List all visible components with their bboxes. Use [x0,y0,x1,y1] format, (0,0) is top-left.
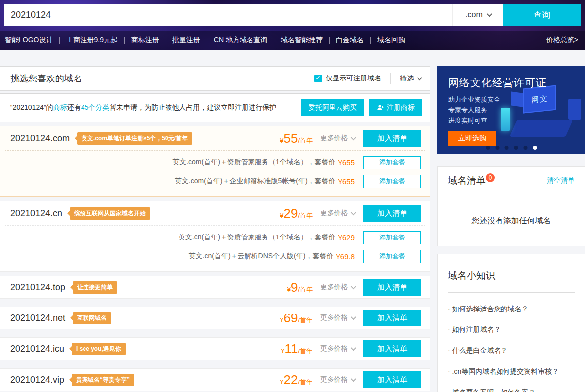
register-trademark-button[interactable]: 注册商标 [369,99,422,116]
add-to-cart-button[interactable]: 加入清单 [363,279,421,296]
cart-header: 域名清单 0 清空清单 [438,167,585,195]
nav-item-biz-register[interactable]: 工商注册9.9元起 [60,36,124,45]
promo-badge: 缤纷互联网从国家域名开始 [70,207,150,220]
entrust-buy-button[interactable]: 委托阿里云购买 [301,99,364,116]
trademark-notice: “20210124”的商标还有45个分类暂未申请，为防止被他人占用，建议立即注册… [0,93,430,122]
promo-banner[interactable]: 网文 网络文化经营许可证 助力企业资质安全 专家专人服务 进度实时可查 立即选购 [437,66,585,154]
nav-item-logo-design[interactable]: 智能LOGO设计 [5,36,59,45]
nav-item-premium-domain[interactable]: 白金域名 [330,36,370,45]
search-input[interactable] [4,4,452,26]
tips-link-icp-filing[interactable]: 域名要备案吗，如何备案？ [448,388,575,392]
banner-cta-button[interactable]: 立即选购 [448,131,496,146]
promo-badge: 互联网域名 [73,312,111,324]
price: ¥69/首年 [280,312,313,325]
more-prices-toggle[interactable]: 更多价格 [320,283,355,292]
add-to-cart-button[interactable]: 加入清单 [363,130,421,147]
banner-title: 网络文化经营许可证 [448,76,585,90]
trademark-notice-text: “20210124”的商标还有45个分类暂未申请，为防止被他人占用，建议立即注册… [10,103,276,112]
nav-item-domain-buyback[interactable]: 域名回购 [371,36,412,45]
add-package-button[interactable]: 添加套餐 [363,156,421,169]
tips-link-choose-domain[interactable]: 如何选择适合您的域名？ [448,305,575,314]
registrable-only-label: 仅显示可注册域名 [326,74,381,83]
promo-badge: 英文.com单笔订单注册≥5个，50元/首年 [77,132,192,145]
add-to-cart-button[interactable]: 加入清单 [363,340,421,357]
more-prices-toggle[interactable]: 更多价格 [320,209,355,218]
more-prices-toggle[interactable]: 更多价格 [320,314,355,322]
banner-text: 助力企业资质安全 专家专人服务 进度实时可查 [448,94,585,126]
sub-nav: 智能LOGO设计 工商注册9.9元起 商标注册 批量注册 CN 地方域名查询 域… [0,31,585,50]
trademark-link[interactable]: 商标 [53,103,67,111]
domain-name: 20210124.icu [10,344,64,354]
package-row: 英文.com(首年)＋资质管家服务（1个域名），套餐价 ¥655 添加套餐 [5,153,425,172]
domain-row: 20210124.cn 缤纷互联网从国家域名开始 ¥29/首年 更多价格 加入清… [0,201,430,225]
chevron-down-icon [351,135,356,140]
domain-row: 20210124.net 互联网域名 ¥69/首年 更多价格 加入清单 [0,307,430,329]
divider [448,292,575,293]
trademark-actions: 委托阿里云购买 注册商标 [301,99,422,116]
domain-card-top: 20210124.top 让连接更简单 ¥9/首年 更多价格 加入清单 [0,276,430,299]
carousel-dot-active[interactable] [533,146,537,150]
carousel-dot[interactable] [504,146,508,150]
nav-item-batch-register[interactable]: 批量注册 [166,36,207,45]
tips-link-cn-review[interactable]: .cn等国内域名如何提交资料审核？ [448,367,575,376]
tips-link-how-register[interactable]: 如何注册域名？ [448,325,575,334]
more-prices-toggle[interactable]: 更多价格 [320,344,355,353]
more-prices-toggle[interactable]: 更多价格 [320,134,355,143]
domain-search-bar: .com 查询 [4,4,581,26]
price: ¥29/首年 [280,207,313,220]
nav-item-cn-local-query[interactable]: CN 地方域名查询 [207,36,274,45]
package-list: 英文.com(首年)＋资质管家服务（1个域名），套餐价 ¥655 添加套餐 英文… [5,150,425,196]
domain-cart-panel: 域名清单 0 清空清单 您还没有添加任何域名 [437,166,585,246]
filter-label: 筛选 [400,74,414,83]
package-row: 英文.cn(首年)＋资质管家服务（1个域名），套餐价 ¥629 添加套餐 [5,228,425,247]
tld-selector[interactable]: .com [452,4,503,26]
carousel-dot[interactable] [514,146,518,150]
carousel-dot[interactable] [486,146,490,150]
package-row: 英文.com(首年)＋企业邮箱标准版5帐号(年)，套餐价 ¥655 添加套餐 [5,172,425,191]
main-content: 挑选您喜欢的域名 仅显示可注册域名 筛选 “20210124”的商标还有45个分… [0,50,585,392]
domain-name: 20210124.top [10,282,65,293]
result-column: 挑选您喜欢的域名 仅显示可注册域名 筛选 “20210124”的商标还有45个分… [0,66,430,392]
nav-item-trademark[interactable]: 商标注册 [125,36,166,45]
price-overview-link[interactable]: 价格总览> [546,36,580,45]
domain-card-icu: 20210124.icu I see you,遇见你 ¥11/首年 更多价格 加… [0,337,430,360]
add-to-cart-button[interactable]: 加入清单 [363,371,421,388]
carousel-dot[interactable] [523,146,527,150]
price: ¥22/首年 [280,373,313,387]
add-package-button[interactable]: 添加套餐 [363,250,421,263]
add-package-button[interactable]: 添加套餐 [363,175,421,188]
page-title: 挑选您喜欢的域名 [10,73,82,84]
category-count-link[interactable]: 45个分类 [81,103,110,111]
sidebar: 网文 网络文化经营许可证 助力企业资质安全 专家专人服务 进度实时可查 立即选购 [437,66,585,392]
package-price: ¥655 [338,177,355,186]
chevron-down-icon [487,11,492,17]
chevron-down-icon [417,75,422,80]
add-to-cart-button[interactable]: 加入清单 [363,205,421,222]
domain-card-net: 20210124.net 互联网域名 ¥69/首年 更多价格 加入清单 [0,307,430,329]
carousel-dots [486,146,537,150]
carousel-dot[interactable] [495,146,499,150]
filter-button[interactable]: 筛选 [400,74,421,83]
price: ¥55/首年 [280,132,313,145]
chevron-down-icon [351,210,356,215]
domain-tips-panel: 域名小知识 如何选择适合您的域名？ 如何注册域名？ 什么是白金域名？ .cn等国… [437,254,585,392]
domain-row: 20210124.com 英文.com单笔订单注册≥5个，50元/首年 ¥55/… [0,126,430,150]
add-to-cart-button[interactable]: 加入清单 [363,310,421,326]
chevron-down-icon [351,314,356,320]
result-list-header: 挑选您喜欢的域名 仅显示可注册域名 筛选 [0,66,430,91]
domain-card-com: 20210124.com 英文.com单笔订单注册≥5个，50元/首年 ¥55/… [0,126,430,197]
registrable-only-checkbox[interactable] [314,75,322,82]
domain-row: 20210124.vip 贵宾域名“尊贵专享” ¥22/首年 更多价格 加入清单 [0,369,430,391]
tips-title: 域名小知识 [448,269,575,282]
clear-cart-link[interactable]: 清空清单 [547,176,575,185]
vertical-divider [390,73,391,84]
domain-name: 20210124.net [10,313,65,323]
add-package-button[interactable]: 添加套餐 [363,231,421,244]
promo-badge: 贵宾域名“尊贵专享” [72,374,134,386]
search-button[interactable]: 查询 [503,4,581,26]
domain-card-cn: 20210124.cn 缤纷互联网从国家域名开始 ¥29/首年 更多价格 加入清… [0,201,430,272]
list-header-controls: 仅显示可注册域名 筛选 [314,73,421,84]
tips-link-premium-domain[interactable]: 什么是白金域名？ [448,346,575,355]
more-prices-toggle[interactable]: 更多价格 [320,375,355,384]
nav-item-smart-recommend[interactable]: 域名智能推荐 [274,36,329,45]
